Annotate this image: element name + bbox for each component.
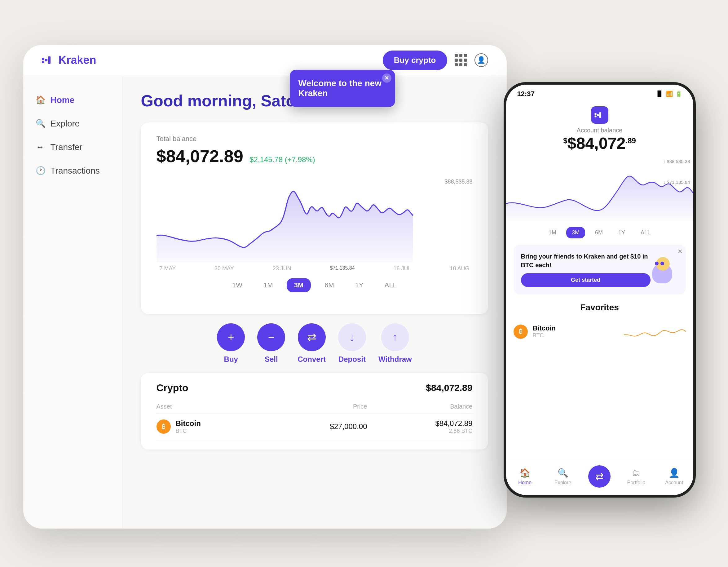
tablet-body: 🏠 Home 🔍 Explore ↔ Transfer 🕐 Transactio… (23, 76, 507, 529)
asset-name: Bitcoin (176, 419, 201, 428)
sidebar-label-transfer: Transfer (51, 142, 82, 152)
time-btn-6m[interactable]: 6M (317, 278, 342, 292)
phone-time-3m[interactable]: 3M (566, 227, 585, 238)
buy-button[interactable]: + (217, 323, 245, 351)
balance-usd: $84,072.89 (367, 419, 473, 428)
phone-status-bar: 12:37 ▐▌ 📶 🔋 (506, 85, 693, 103)
sidebar-item-explore[interactable]: 🔍 Explore (23, 112, 122, 135)
chart-label-may30: 30 MAY (214, 265, 234, 272)
favorites-section: Favorites ₿ Bitcoin BTC (506, 298, 693, 351)
chart-label-mid: $71,135.84 (330, 265, 355, 272)
svg-rect-6 (597, 114, 599, 116)
phone-time: 12:37 (517, 90, 535, 98)
deposit-button[interactable]: ↓ (338, 323, 366, 351)
favorite-item-bitcoin[interactable]: ₿ Bitcoin BTC (514, 317, 686, 346)
phone-time-6m[interactable]: 6M (589, 227, 608, 238)
sell-button[interactable]: − (257, 323, 285, 351)
chart-label-jul16: 16 JUL (394, 265, 411, 272)
sidebar-item-transfer[interactable]: ↔ Transfer (23, 135, 122, 159)
phone-time-1m[interactable]: 1M (543, 227, 562, 238)
time-btn-1m[interactable]: 1M (256, 278, 280, 292)
svg-rect-1 (42, 61, 44, 63)
topbar-right: Buy crypto 👤 (383, 51, 488, 70)
table-row[interactable]: ₿ Bitcoin BTC $27,000.00 $84,072.89 2.86… (157, 414, 473, 440)
phone-nav-home[interactable]: 🏠 Home (513, 468, 537, 485)
sidebar-label-explore: Explore (51, 119, 80, 129)
bitcoin-icon: ₿ (157, 419, 171, 434)
asset-info-bitcoin: ₿ Bitcoin BTC (157, 419, 262, 434)
asset-name-ticker: Bitcoin BTC (176, 419, 201, 434)
phone-nav-explore[interactable]: 🔍 Explore (550, 468, 575, 485)
phone-chart-low: ↓ $71,135.84 (663, 179, 690, 185)
cell-balance: $84,072.89 2.86 BTC (367, 419, 473, 434)
sidebar: 🏠 Home 🔍 Explore ↔ Transfer 🕐 Transactio… (23, 76, 122, 529)
svg-rect-3 (48, 56, 51, 64)
time-btn-3m[interactable]: 3M (287, 278, 311, 292)
transactions-icon: 🕐 (36, 166, 45, 175)
convert-button[interactable]: ⇄ (298, 323, 326, 351)
svg-rect-7 (599, 112, 601, 118)
referral-get-started-button[interactable]: Get started (521, 273, 651, 287)
sidebar-label-transactions: Transactions (51, 166, 100, 176)
phone-nav-account[interactable]: 👤 Account (662, 468, 686, 485)
phone-time-all[interactable]: ALL (635, 227, 656, 238)
fav-ticker: BTC (533, 332, 619, 339)
phone-bottom-nav: 🏠 Home 🔍 Explore ⇄ 🗂 Portfolio 👤 Account (506, 461, 693, 495)
phone-header: Account balance $$84,072.89 (506, 103, 693, 159)
withdraw-button[interactable]: ↑ (381, 323, 409, 351)
bitcoin-fav-icon: ₿ (514, 325, 528, 339)
chart-x-labels: 7 MAY 30 MAY 23 JUN $71,135.84 16 JUL 10… (157, 265, 473, 272)
action-deposit-wrap: ↓ Deposit (338, 323, 366, 364)
balance-change: $2,145.78 (+7.98%) (249, 155, 315, 164)
phone-logo-icon (594, 111, 605, 119)
balance-btc: 2.86 BTC (367, 428, 473, 434)
sidebar-item-transactions[interactable]: 🕐 Transactions (23, 159, 122, 183)
explore-icon: 🔍 (36, 119, 45, 128)
chart-label-jun23: 23 JUN (273, 265, 291, 272)
time-btn-all[interactable]: ALL (377, 278, 404, 292)
phone-nav-explore-label: Explore (554, 480, 571, 485)
svg-rect-4 (594, 113, 596, 115)
home-icon: 🏠 (36, 95, 45, 105)
phone-time-1y[interactable]: 1Y (613, 227, 631, 238)
svg-rect-2 (45, 59, 47, 61)
svg-rect-0 (42, 58, 44, 60)
phone-nav-convert-button[interactable]: ⇄ (588, 465, 611, 488)
time-btn-1w[interactable]: 1W (225, 278, 250, 292)
logo-text: Kraken (59, 54, 96, 67)
grid-icon[interactable] (455, 54, 467, 66)
welcome-popup: ✕ Welcome to the new Kraken (290, 70, 395, 107)
fav-info: Bitcoin BTC (533, 324, 619, 339)
phone-nav-account-label: Account (665, 480, 683, 485)
mascot-image (651, 255, 678, 283)
action-convert-wrap: ⇄ Convert (298, 323, 326, 364)
action-sell-wrap: − Sell (257, 323, 285, 364)
time-btn-1y[interactable]: 1Y (348, 278, 371, 292)
sidebar-item-home[interactable]: 🏠 Home (23, 88, 122, 112)
action-buy-wrap: + Buy (217, 323, 245, 364)
signal-icon: ▐▌ (655, 91, 664, 97)
referral-inner: Bring your friends to Kraken and get $10… (521, 252, 651, 287)
phone-kraken-icon (591, 106, 608, 124)
balance-label: Total balance (157, 135, 473, 143)
action-buttons: + Buy − Sell ⇄ Convert ↓ Deposit (141, 323, 488, 364)
chart-high-label: $88,535.38 (444, 179, 472, 185)
transfer-icon: ↔ (36, 142, 45, 152)
referral-close-button[interactable]: ✕ (677, 248, 683, 255)
phone-balance: $$84,072.89 (515, 134, 684, 153)
phone-nav-portfolio[interactable]: 🗂 Portfolio (624, 468, 649, 485)
buy-crypto-button[interactable]: Buy crypto (383, 51, 447, 70)
popup-close-button[interactable]: ✕ (382, 73, 391, 83)
svg-rect-5 (594, 115, 596, 117)
col-asset-header: Asset (157, 403, 262, 410)
phone-chart-high: ↑ $88,535.38 (663, 159, 690, 164)
phone-scroll[interactable]: Account balance $$84,072.89 ↑ $88,535.38… (506, 103, 693, 461)
col-price-header: Price (262, 403, 367, 410)
phone-chart: ↑ $88,535.38 ↓ $71,135.84 (506, 159, 693, 221)
chart-label-aug10: 10 AUG (450, 265, 469, 272)
sell-label: Sell (265, 355, 278, 364)
wifi-icon: 📶 (666, 91, 673, 97)
user-icon[interactable]: 👤 (474, 53, 488, 67)
col-balance-header: Balance (367, 403, 473, 410)
popup-title: Welcome to the new Kraken (298, 78, 382, 98)
